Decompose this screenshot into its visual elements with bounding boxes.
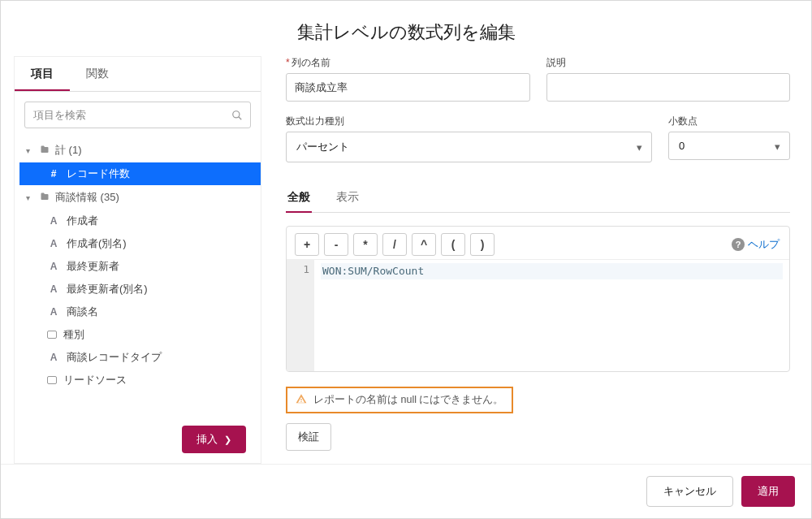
tab-fields[interactable]: 項目 bbox=[15, 57, 70, 91]
tree-item-label: 商談レコードタイプ bbox=[67, 350, 162, 365]
tree-group-label: 商談情報 (35) bbox=[55, 190, 119, 205]
help-icon: ? bbox=[732, 238, 745, 251]
operator-buttons: + - * / ^ ( ) bbox=[295, 233, 495, 256]
dialog-title: 集計レベルの数式列を編集 bbox=[1, 1, 811, 56]
tree-item-label: レコード件数 bbox=[67, 167, 130, 181]
validate-button[interactable]: 検証 bbox=[286, 423, 331, 451]
line-number: 1 bbox=[287, 263, 309, 275]
op-minus-button[interactable]: - bbox=[324, 233, 348, 256]
decimal-select[interactable]: 0 bbox=[668, 132, 790, 160]
tree-item-label: 商談名 bbox=[67, 305, 98, 319]
text-type-icon: A bbox=[47, 352, 60, 363]
editor-toolbar: + - * / ^ ( ) ? ヘルプ bbox=[287, 227, 789, 259]
op-divide-button[interactable]: / bbox=[382, 233, 407, 256]
tree-item-record-count[interactable]: # レコード件数 bbox=[19, 162, 261, 185]
description-field: 説明 bbox=[546, 56, 791, 102]
tree-item-label: 最終更新者 bbox=[67, 259, 119, 274]
validate-row: 検証 bbox=[286, 423, 790, 451]
tree-group-totals[interactable]: ▾ 計 (1) bbox=[19, 138, 261, 162]
description-label: 説明 bbox=[546, 56, 791, 70]
search-input[interactable] bbox=[24, 102, 251, 128]
sub-tab-general[interactable]: 全般 bbox=[286, 184, 312, 213]
tree-item-label: リードソース bbox=[63, 373, 127, 387]
left-panel: 項目 関数 ▾ 計 (1) # bbox=[14, 56, 261, 464]
insert-row: 挿入 ❯ bbox=[15, 416, 261, 453]
field-tree[interactable]: ▾ 計 (1) # レコード件数 ▾ 商談情報 (35) bbox=[15, 135, 261, 416]
help-link[interactable]: ? ヘルプ bbox=[732, 237, 780, 252]
folder-icon bbox=[39, 192, 50, 204]
column-name-label: *列の名前 bbox=[286, 56, 530, 70]
op-lparen-button[interactable]: ( bbox=[441, 233, 465, 256]
formula-dialog: 集計レベルの数式列を編集 項目 関数 ▾ bbox=[0, 0, 812, 519]
text-type-icon: A bbox=[47, 306, 60, 318]
tree-item[interactable]: リードソース bbox=[19, 369, 261, 391]
sub-tab-display[interactable]: 表示 bbox=[335, 184, 361, 213]
chevron-down-icon: ▾ bbox=[26, 193, 34, 202]
tab-functions[interactable]: 関数 bbox=[70, 57, 125, 91]
tree-group-label: 計 (1) bbox=[55, 143, 82, 158]
op-power-button[interactable]: ^ bbox=[412, 233, 436, 256]
tree-item[interactable]: A 作成者(別名) bbox=[19, 232, 261, 255]
code-line-1: WON:SUM/RowCount bbox=[321, 263, 783, 279]
hash-icon: # bbox=[47, 168, 60, 179]
text-type-icon: A bbox=[47, 283, 60, 295]
editor-area[interactable]: 1 WON:SUM/RowCount bbox=[287, 259, 789, 371]
help-label: ヘルプ bbox=[748, 237, 780, 252]
op-rparen-button[interactable]: ) bbox=[470, 233, 495, 256]
form-row-2: 数式出力種別 パーセント ▾ 小数点 0 ▾ bbox=[286, 115, 790, 162]
tree-item-label: 種別 bbox=[63, 327, 84, 342]
cancel-button[interactable]: キャンセル bbox=[646, 476, 733, 507]
formula-editor: + - * / ^ ( ) ? ヘルプ 1 bbox=[286, 226, 790, 372]
insert-button[interactable]: 挿入 ❯ bbox=[182, 426, 246, 453]
insert-button-label: 挿入 bbox=[197, 432, 218, 447]
column-name-input[interactable] bbox=[286, 73, 530, 102]
output-type-label: 数式出力種別 bbox=[286, 115, 652, 128]
dialog-body: 項目 関数 ▾ 計 (1) # bbox=[1, 56, 811, 464]
folder-icon bbox=[39, 145, 50, 157]
tree-item-label: 作成者 bbox=[67, 214, 98, 228]
warning-icon bbox=[296, 393, 307, 407]
tree-item-label: 作成者(別名) bbox=[67, 236, 127, 251]
output-type-field: 数式出力種別 パーセント ▾ bbox=[286, 115, 652, 162]
chevron-down-icon: ▾ bbox=[26, 146, 34, 155]
tree-group-opportunity[interactable]: ▾ 商談情報 (35) bbox=[19, 185, 261, 210]
op-plus-button[interactable]: + bbox=[295, 233, 319, 256]
dialog-footer: キャンセル 適用 bbox=[1, 464, 811, 518]
editor-gutter: 1 bbox=[287, 260, 314, 371]
warning-box: レポートの名前は null にはできません。 bbox=[286, 387, 513, 413]
tree-item[interactable]: A 商談レコードタイプ bbox=[19, 346, 261, 369]
warning-text: レポートの名前は null にはできません。 bbox=[313, 393, 503, 407]
apply-button[interactable]: 適用 bbox=[741, 476, 795, 507]
editor-code[interactable]: WON:SUM/RowCount bbox=[314, 260, 789, 371]
tree-item-label: 最終更新者(別名) bbox=[67, 282, 148, 296]
output-type-select[interactable]: パーセント bbox=[286, 132, 652, 162]
text-type-icon: A bbox=[47, 215, 60, 227]
tree-item[interactable]: A 最終更新者 bbox=[19, 255, 261, 278]
column-name-field: *列の名前 bbox=[286, 56, 530, 102]
tree-item[interactable]: A 最終更新者(別名) bbox=[19, 278, 261, 301]
left-tabs: 項目 関数 bbox=[15, 57, 261, 92]
description-input[interactable] bbox=[546, 73, 791, 102]
form-row-1: *列の名前 説明 bbox=[286, 56, 790, 102]
decimal-label: 小数点 bbox=[668, 115, 790, 128]
chevron-right-icon: ❯ bbox=[224, 435, 231, 445]
required-star: * bbox=[286, 57, 290, 68]
tree-item[interactable]: 種別 bbox=[19, 323, 261, 346]
op-multiply-button[interactable]: * bbox=[353, 233, 378, 256]
text-type-icon: A bbox=[47, 261, 60, 272]
sub-tabs: 全般 表示 bbox=[286, 184, 790, 213]
right-panel: *列の名前 説明 数式出力種別 パーセント ▾ bbox=[261, 56, 811, 464]
tree-item[interactable]: A 商談名 bbox=[19, 301, 261, 323]
search-wrap bbox=[15, 92, 261, 135]
tree-item[interactable]: A 作成者 bbox=[19, 210, 261, 232]
picklist-type-icon bbox=[47, 376, 57, 384]
picklist-type-icon bbox=[47, 331, 57, 339]
decimal-field: 小数点 0 ▾ bbox=[668, 115, 790, 162]
text-type-icon: A bbox=[47, 238, 60, 249]
